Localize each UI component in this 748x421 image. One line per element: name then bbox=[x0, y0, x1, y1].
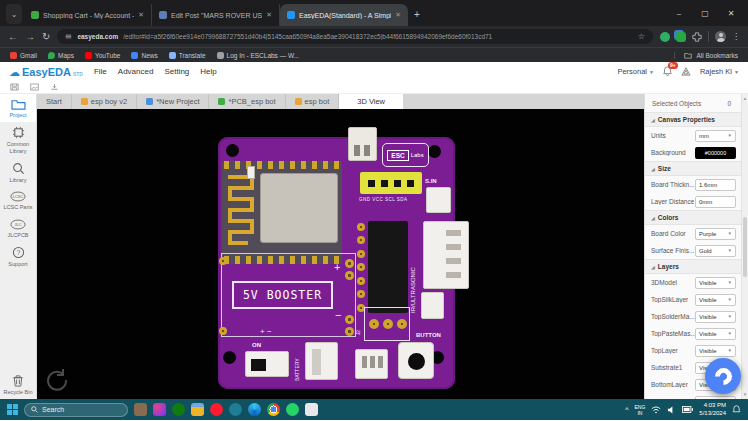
bookmark-news[interactable]: News bbox=[131, 52, 157, 59]
selected-objects-label: Selected Objects bbox=[652, 100, 701, 107]
board-color-select[interactable]: Purple▼ bbox=[695, 228, 736, 240]
layer-toplayer-select[interactable]: Visible▼ bbox=[695, 345, 736, 357]
start-button[interactable] bbox=[7, 404, 18, 415]
extensions-puzzle-icon[interactable] bbox=[692, 32, 702, 42]
site-settings-icon[interactable] bbox=[65, 33, 72, 40]
taskbar-app-file-explorer[interactable] bbox=[191, 403, 204, 416]
taskbar-app-chrome[interactable] bbox=[267, 403, 280, 416]
org-logo-icon[interactable] bbox=[681, 67, 691, 76]
background-color-swatch[interactable]: #000000 bbox=[695, 147, 736, 159]
save-icon[interactable] bbox=[10, 83, 19, 91]
hidden-icons-button[interactable]: ^ bbox=[625, 406, 628, 413]
sidebar-item-recycle-bin[interactable]: Recycle Bin bbox=[0, 370, 36, 399]
bookmark-star-icon[interactable]: ☆ bbox=[638, 32, 645, 41]
taskbar-app-whatsapp[interactable] bbox=[286, 403, 299, 416]
minimize-button[interactable]: – bbox=[666, 0, 692, 26]
browser-tab-1[interactable]: Shopping Cart - My Account - PC ✕ bbox=[24, 4, 152, 26]
extension-icon-1[interactable] bbox=[660, 32, 670, 42]
header-pad bbox=[368, 180, 375, 187]
layer-toppastemask-select[interactable]: Visible▼ bbox=[695, 328, 736, 340]
chevron-down-icon: ▼ bbox=[728, 231, 732, 236]
scroll-up-icon[interactable]: ▲ bbox=[743, 96, 747, 101]
scroll-down-icon[interactable]: ▼ bbox=[743, 392, 747, 397]
profile-avatar[interactable] bbox=[715, 31, 726, 42]
board-thickness-input[interactable]: 1.6mm bbox=[695, 179, 736, 191]
reload-icon[interactable]: ↻ bbox=[42, 32, 50, 42]
surface-finish-select[interactable]: Gold▼ bbox=[695, 245, 736, 257]
taskbar-search[interactable]: Search bbox=[24, 403, 128, 417]
new-tab-button[interactable]: + bbox=[408, 4, 426, 24]
units-select[interactable]: mm▼ bbox=[695, 130, 736, 142]
menu-file[interactable]: File bbox=[94, 67, 107, 76]
easyeda-logo[interactable]: ☁ EasyEDA STD bbox=[9, 66, 83, 78]
bookmark-label: Maps bbox=[58, 52, 74, 59]
taskbar-app-notes[interactable] bbox=[305, 403, 318, 416]
section-canvas-properties[interactable]: ◢Canvas Properties bbox=[645, 112, 741, 127]
bookmark-maps[interactable]: Maps bbox=[48, 52, 74, 59]
notifications-button[interactable]: 9+ bbox=[663, 66, 672, 78]
panel-scrollbar[interactable]: ▲ ▼ bbox=[741, 94, 748, 399]
language-indicator[interactable]: ENGIN bbox=[634, 404, 645, 416]
volume-icon[interactable] bbox=[667, 406, 676, 414]
scroll-thumb[interactable] bbox=[743, 217, 747, 277]
forward-icon[interactable]: → bbox=[25, 32, 35, 42]
download-icon[interactable] bbox=[50, 83, 59, 91]
sidebar-item-project[interactable]: Project bbox=[0, 94, 36, 122]
rotate-view-icon[interactable] bbox=[43, 367, 69, 393]
sidebar-item-jlcpcb[interactable]: JLC JLCPCB bbox=[0, 215, 36, 242]
browser-tab-2[interactable]: Edit Post "MARS ROVER USING N ✕ bbox=[152, 4, 280, 26]
wifi-icon[interactable] bbox=[651, 406, 661, 414]
layer-topsilk-select[interactable]: Visible▼ bbox=[695, 294, 736, 306]
taskbar-app-mail[interactable] bbox=[229, 403, 242, 416]
layer-3dmodel-select[interactable]: Visible▼ bbox=[695, 277, 736, 289]
export-image-icon[interactable] bbox=[30, 83, 39, 91]
menu-advanced[interactable]: Advanced bbox=[118, 67, 154, 76]
sidebar-item-library[interactable]: Library bbox=[0, 158, 36, 187]
address-bar[interactable]: easyeda.com /editor#id=a5f26f60ee914e079… bbox=[57, 29, 653, 44]
close-button[interactable]: ✕ bbox=[718, 0, 744, 26]
notifications-bell-icon[interactable] bbox=[732, 405, 741, 414]
clock[interactable]: 4:03 PM5/13/2024 bbox=[699, 402, 726, 416]
chat-widget-button[interactable] bbox=[705, 358, 741, 394]
workspace-switcher[interactable]: Personal▼ bbox=[617, 67, 654, 76]
layer-topsoldermask-select[interactable]: Visible▼ bbox=[695, 311, 736, 323]
layer-bottompaste-select[interactable]: Visible▼ bbox=[695, 396, 736, 400]
doc-tab-3d-view-active[interactable]: 3D View bbox=[339, 94, 403, 109]
browser-tab-3-active[interactable]: EasyEDA(Standard) - A Simple an ✕ bbox=[280, 4, 408, 26]
bookmark-youtube[interactable]: YouTube bbox=[85, 52, 121, 59]
all-bookmarks-button[interactable]: All Bookmarks bbox=[674, 52, 738, 59]
layer-distance-input[interactable]: 0mm bbox=[695, 196, 736, 208]
doc-tab-pcb-esp-bot[interactable]: *PCB_esp bot bbox=[209, 94, 285, 109]
doc-tab-esp-bot[interactable]: esp bot bbox=[286, 94, 340, 109]
doc-tab-new-project[interactable]: *New Project bbox=[137, 94, 209, 109]
section-layers[interactable]: ◢Layers bbox=[645, 259, 741, 274]
sidebar-item-lcsc-parts[interactable]: LCSC LCSC Parts bbox=[0, 187, 36, 214]
tab-close-icon[interactable]: ✕ bbox=[266, 11, 272, 19]
tab-close-icon[interactable]: ✕ bbox=[395, 11, 401, 19]
section-size[interactable]: ◢Size bbox=[645, 161, 741, 176]
menu-help[interactable]: Help bbox=[200, 67, 216, 76]
section-colors[interactable]: ◢Colors bbox=[645, 210, 741, 225]
taskbar-app-edge[interactable] bbox=[248, 403, 261, 416]
taskbar-app-xbox[interactable] bbox=[172, 403, 185, 416]
maximize-button[interactable]: ▢ bbox=[692, 0, 718, 26]
extension-icon-2[interactable] bbox=[676, 32, 686, 42]
menu-setting[interactable]: Setting bbox=[164, 67, 189, 76]
doc-tab-start[interactable]: Start bbox=[37, 94, 72, 109]
bookmark-gmail[interactable]: Gmail bbox=[10, 52, 37, 59]
taskbar-app-1[interactable] bbox=[134, 403, 147, 416]
sidebar-item-common-library[interactable]: Common Library bbox=[0, 122, 36, 158]
bookmark-esclabs[interactable]: Log In - ESCLabs — W... bbox=[217, 52, 300, 59]
browser-menu-icon[interactable]: ⋮ bbox=[732, 32, 740, 41]
doc-tab-esp-boy-v2[interactable]: esp boy v2 bbox=[72, 94, 137, 109]
taskbar-app-photos[interactable] bbox=[153, 403, 166, 416]
tab-search-chevron-icon[interactable]: ⌄ bbox=[6, 4, 22, 24]
battery-icon[interactable] bbox=[682, 406, 693, 413]
bookmark-translate[interactable]: Translate bbox=[169, 52, 206, 59]
taskbar-app-opera[interactable] bbox=[210, 403, 223, 416]
sidebar-item-support[interactable]: ? Support bbox=[0, 242, 36, 271]
back-icon[interactable]: ← bbox=[8, 32, 18, 42]
user-menu[interactable]: Rajesh Kl▼ bbox=[700, 67, 739, 76]
3d-viewport[interactable]: ESC Labs S.IN GND VCC SCL SDA bbox=[37, 109, 644, 399]
tab-close-icon[interactable]: ✕ bbox=[138, 11, 144, 19]
